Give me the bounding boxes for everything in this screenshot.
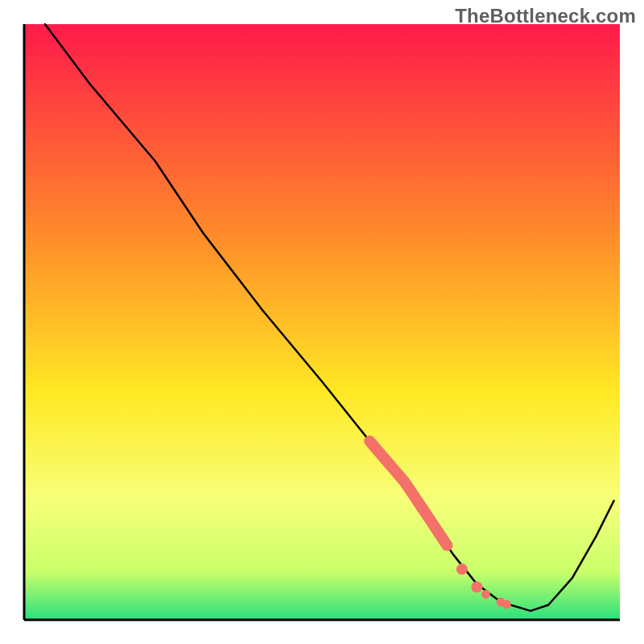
highlight-dot <box>456 564 468 575</box>
chart-container: TheBottleneck.com <box>0 0 644 644</box>
highlight-dot <box>502 600 511 609</box>
plot-background <box>24 24 620 620</box>
highlight-dot <box>471 581 482 592</box>
highlight-dot <box>481 590 490 599</box>
bottleneck-curve-chart <box>0 0 644 644</box>
